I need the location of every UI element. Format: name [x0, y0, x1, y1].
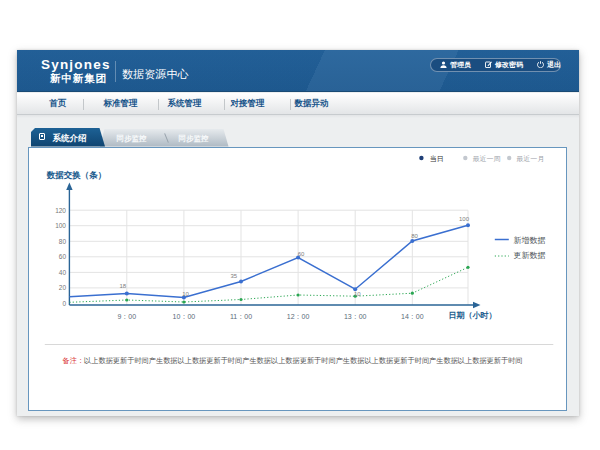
- svg-text:最近一月: 最近一月: [516, 154, 544, 162]
- svg-text:100: 100: [458, 215, 469, 221]
- svg-text:60: 60: [58, 253, 66, 260]
- svg-text:120: 120: [55, 206, 66, 213]
- svg-text:14：00: 14：00: [401, 313, 424, 320]
- svg-text:12：00: 12：00: [286, 313, 309, 320]
- svg-text:新增数据: 新增数据: [513, 235, 545, 244]
- svg-text:最近一周: 最近一周: [472, 154, 500, 161]
- svg-text:35: 35: [230, 273, 237, 279]
- svg-text:10: 10: [353, 290, 360, 296]
- svg-text:0: 0: [62, 299, 66, 306]
- svg-text:9：00: 9：00: [117, 313, 136, 320]
- svg-text:当日: 当日: [429, 154, 443, 162]
- svg-text:60: 60: [297, 250, 304, 256]
- svg-text:13：00: 13：00: [343, 313, 366, 320]
- svg-text:18: 18: [119, 283, 126, 289]
- svg-text:80: 80: [411, 232, 418, 238]
- svg-text:10：00: 10：00: [172, 313, 195, 320]
- svg-text:100: 100: [55, 222, 66, 229]
- svg-text:更新数据: 更新数据: [513, 250, 545, 259]
- svg-text:80: 80: [58, 237, 66, 244]
- svg-text:数据交换（条）: 数据交换（条）: [45, 170, 106, 180]
- svg-text:11：00: 11：00: [229, 313, 251, 320]
- svg-text:20: 20: [58, 284, 66, 291]
- svg-text:备注：以上数据更新于时间产生数据以上数据更新于时间产生数据以: 备注：以上数据更新于时间产生数据以上数据更新于时间产生数据以上数据更新于时间产生…: [62, 356, 522, 365]
- svg-text:40: 40: [58, 268, 66, 275]
- svg-text:10: 10: [182, 290, 189, 296]
- svg-text:日期（小时）: 日期（小时）: [448, 311, 496, 320]
